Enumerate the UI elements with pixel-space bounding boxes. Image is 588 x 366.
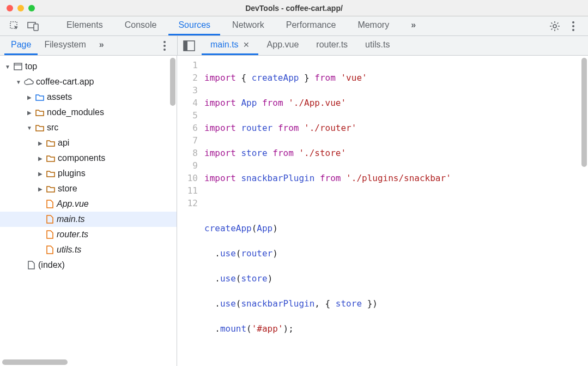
tree-plugins[interactable]: ▶ plugins: [0, 166, 177, 181]
navigator-tab-filesystem[interactable]: Filesystem: [38, 36, 92, 55]
window-close-button[interactable]: [7, 5, 13, 11]
devtools-main-toolbar: Elements Console Sources Network Perform…: [0, 16, 588, 36]
tree-node-modules[interactable]: ▶ node_modules: [0, 105, 177, 120]
file-tab-router-ts[interactable]: router.ts: [307, 36, 356, 55]
folder-icon: [35, 92, 45, 102]
chevron-right-icon: ▶: [37, 186, 44, 192]
tree-api[interactable]: ▶ api: [0, 135, 177, 151]
file-tab-utils-ts[interactable]: utils.ts: [356, 36, 398, 55]
tree-domain[interactable]: ▼ coffee-cart.app: [0, 74, 177, 89]
svg-point-4: [572, 21, 574, 23]
tab-memory[interactable]: Memory: [348, 16, 399, 35]
navigator-header: Page Filesystem »: [0, 36, 177, 55]
tree-utils-ts[interactable]: utils.ts: [0, 242, 177, 257]
svg-point-6: [572, 29, 574, 31]
more-tabs-icon[interactable]: »: [401, 16, 426, 35]
folder-icon: [35, 123, 45, 133]
tab-network[interactable]: Network: [222, 16, 274, 35]
tree-label: router.ts: [57, 230, 88, 239]
tree-main-ts[interactable]: main.ts: [0, 212, 177, 227]
folder-icon: [46, 184, 56, 194]
tree-label: coffee-cart.app: [36, 77, 94, 87]
folder-icon: [46, 169, 56, 178]
file-tab-main-ts[interactable]: main.ts ✕: [202, 36, 258, 55]
traffic-lights: [7, 5, 35, 11]
tree-components[interactable]: ▶ components: [0, 151, 177, 166]
tree-label: components: [58, 153, 105, 163]
inspect-element-icon[interactable]: [7, 18, 23, 34]
svg-rect-11: [184, 41, 187, 51]
settings-gear-icon[interactable]: [547, 18, 563, 34]
tab-console[interactable]: Console: [115, 16, 167, 35]
svg-point-8: [163, 45, 166, 47]
file-tab-app-vue[interactable]: App.vue: [258, 36, 308, 55]
svg-rect-12: [14, 63, 22, 70]
navigator-kebab-icon[interactable]: [156, 38, 173, 54]
tree-label: api: [58, 138, 69, 148]
file-tab-label: utils.ts: [365, 40, 390, 50]
file-icon: [45, 230, 54, 239]
line-numbers: 123456789101112: [177, 59, 204, 366]
toggle-navigator-icon[interactable]: [181, 38, 197, 54]
tree-index[interactable]: (index): [0, 257, 177, 273]
svg-rect-2: [34, 24, 38, 31]
tree-assets[interactable]: ▶ assets: [0, 89, 177, 105]
tab-sources[interactable]: Sources: [168, 16, 220, 35]
tree-label: utils.ts: [57, 245, 81, 255]
code-area[interactable]: 123456789101112 import { createApp } fro…: [177, 56, 588, 366]
svg-point-3: [553, 25, 556, 28]
tree-src[interactable]: ▼ src: [0, 120, 177, 135]
editor-scrollbar[interactable]: [581, 58, 587, 167]
folder-icon: [46, 153, 56, 163]
file-tab-label: router.ts: [316, 40, 348, 50]
chevron-down-icon: ▼: [15, 79, 22, 85]
panel-tabs: Elements Console Sources Network Perform…: [57, 16, 426, 35]
tree-label: plugins: [58, 169, 86, 178]
file-icon: [45, 199, 54, 209]
tree-app-vue[interactable]: App.vue: [0, 196, 177, 212]
file-tab-label: main.ts: [210, 40, 239, 50]
tab-performance[interactable]: Performance: [276, 16, 346, 35]
device-toolbar-icon[interactable]: [25, 18, 41, 34]
chevron-right-icon: ▶: [37, 171, 44, 177]
file-tab-label: App.vue: [267, 40, 299, 50]
tab-elements[interactable]: Elements: [57, 16, 113, 35]
tree-label: main.ts: [57, 214, 85, 224]
window-minimize-button[interactable]: [17, 5, 24, 11]
tree-top[interactable]: ▼ top: [0, 59, 177, 74]
sidebar-scrollbar[interactable]: [170, 58, 175, 106]
folder-icon: [46, 138, 56, 148]
tree-label: src: [47, 123, 58, 133]
frame-icon: [13, 62, 23, 71]
code-editor: 123456789101112 import { createApp } fro…: [177, 56, 588, 366]
tree-router-ts[interactable]: router.ts: [0, 227, 177, 242]
chevron-right-icon: ▶: [26, 94, 33, 100]
navigator-more-tabs-icon[interactable]: »: [93, 36, 111, 55]
sidebar-horizontal-scrollbar[interactable]: [2, 359, 68, 365]
tree-label: (index): [38, 260, 65, 270]
navigator-tree[interactable]: ▼ top ▼ coffee-cart.app ▶ assets ▶ node_…: [0, 56, 177, 366]
window-maximize-button[interactable]: [28, 5, 35, 11]
file-icon: [26, 260, 36, 270]
chevron-down-icon: ▼: [26, 125, 33, 131]
tree-label: App.vue: [57, 199, 89, 209]
navigator-tab-page[interactable]: Page: [4, 36, 38, 55]
sources-sub-toolbar: Page Filesystem » main.ts ✕ App.vue rout…: [0, 36, 588, 56]
tree-label: top: [25, 62, 37, 71]
svg-point-9: [163, 49, 166, 51]
kebab-menu-icon[interactable]: [565, 18, 581, 34]
chevron-down-icon: ▼: [4, 64, 11, 70]
window-title: DevTools - coffee-cart.app/: [245, 4, 343, 13]
editor-tabs-header: main.ts ✕ App.vue router.ts utils.ts: [178, 36, 588, 55]
window-titlebar: DevTools - coffee-cart.app/: [0, 0, 588, 16]
cloud-icon: [24, 77, 34, 87]
chevron-right-icon: ▶: [26, 110, 33, 116]
svg-point-7: [163, 41, 166, 43]
file-icon: [45, 214, 54, 224]
chevron-right-icon: ▶: [37, 140, 44, 146]
tree-label: node_modules: [47, 107, 104, 117]
close-icon[interactable]: ✕: [243, 40, 250, 49]
tree-store[interactable]: ▶ store: [0, 181, 177, 196]
sources-content: ▼ top ▼ coffee-cart.app ▶ assets ▶ node_…: [0, 56, 588, 366]
code-content[interactable]: import { createApp } from 'vue' import A…: [204, 59, 588, 366]
